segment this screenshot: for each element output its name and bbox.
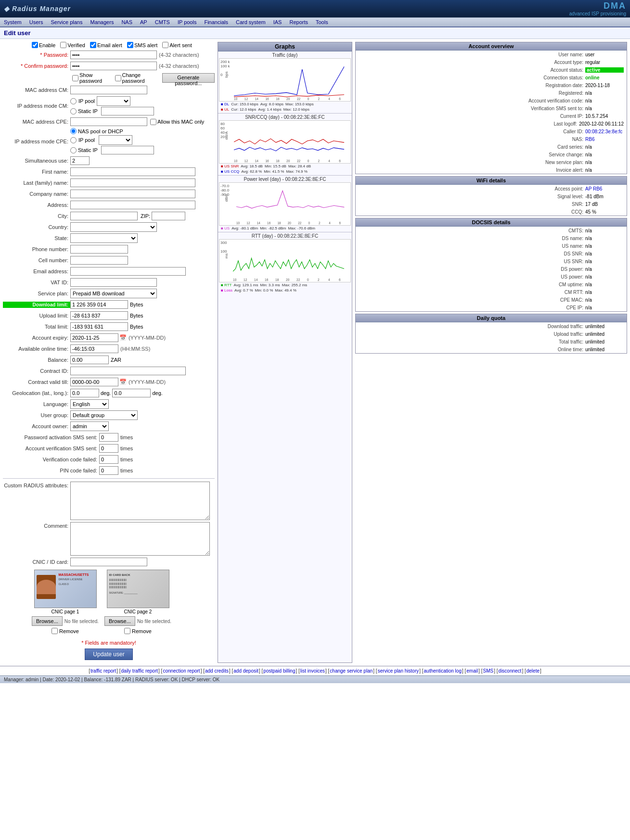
- contract-id-field[interactable]: [70, 367, 186, 375]
- nav-ip-pools[interactable]: IP pools: [177, 19, 198, 25]
- svg-text:2: 2: [318, 278, 320, 281]
- connection-report-link[interactable]: connection report: [163, 668, 200, 674]
- static-ip-cm-radio[interactable]: [70, 108, 77, 115]
- email-field[interactable]: [70, 267, 186, 276]
- nav-service-plans[interactable]: Service plans: [50, 19, 83, 25]
- pin-failed-field[interactable]: [99, 466, 118, 475]
- calendar-icon[interactable]: 📅: [119, 334, 127, 341]
- cell-field[interactable]: [70, 256, 128, 265]
- current-ip-row: Current IP: 10.5.7.254: [356, 112, 627, 120]
- daily-traffic-report-link[interactable]: daily traffic report: [121, 668, 158, 674]
- online-time-field[interactable]: [70, 344, 118, 353]
- sms-alert-checkbox[interactable]: SMS alert: [127, 42, 157, 48]
- ip-pool-cm-select[interactable]: [97, 96, 130, 106]
- svg-text:14: 14: [255, 159, 259, 163]
- pwd-sms-field[interactable]: [99, 433, 118, 442]
- service-plan-select[interactable]: Prepaid MB download: [70, 289, 157, 298]
- enable-checkbox[interactable]: Enable: [32, 42, 55, 48]
- last-name-field[interactable]: [70, 178, 195, 187]
- geoloc-long-field[interactable]: [112, 389, 151, 397]
- company-field[interactable]: [70, 190, 195, 198]
- city-field[interactable]: [70, 212, 138, 220]
- first-name-field[interactable]: [70, 167, 195, 176]
- online-time-label: Available online time:: [3, 346, 70, 352]
- ip-pool-cpe-radio[interactable]: [70, 137, 77, 143]
- nas-pool-cpe-radio[interactable]: [70, 128, 77, 134]
- acct-sms-field[interactable]: [99, 444, 118, 453]
- confirm-password-field[interactable]: [70, 62, 157, 70]
- state-select[interactable]: [70, 233, 138, 243]
- nav-cmts[interactable]: CMTS: [154, 19, 171, 25]
- nav-card-system[interactable]: Card system: [235, 19, 267, 25]
- static-ip-cm-field[interactable]: [101, 107, 154, 115]
- mac-cpe-field[interactable]: [70, 117, 147, 126]
- zip-field[interactable]: [152, 212, 185, 220]
- service-plan-history-link[interactable]: service plan history: [378, 668, 419, 674]
- remove1-checkbox[interactable]: [51, 628, 58, 634]
- phone-field[interactable]: [70, 245, 128, 254]
- nas-pool-cpe-option: NAS pool or DHCP: [70, 128, 154, 134]
- upload-limit-row: Upload limit: Bytes: [3, 311, 215, 320]
- static-ip-cpe-field[interactable]: [101, 146, 154, 154]
- total-quota-row: Total traffic: unlimited: [356, 338, 627, 345]
- sms-link[interactable]: SMS: [483, 668, 494, 674]
- traffic-report-link[interactable]: traffic report: [90, 668, 116, 674]
- remove2-checkbox[interactable]: [124, 628, 130, 634]
- geoloc-lat-field[interactable]: [70, 389, 99, 397]
- zip-label: ZIP:: [141, 213, 150, 219]
- disconnect-link[interactable]: disconnect: [499, 668, 522, 674]
- download-limit-field[interactable]: [70, 300, 128, 309]
- cnic-browse1-button[interactable]: Browse...: [32, 616, 63, 626]
- mac-cm-row: MAC address CM:: [3, 85, 215, 95]
- delete-link[interactable]: delete: [527, 668, 540, 674]
- ip-pool-cpe-select[interactable]: [99, 135, 132, 145]
- nav-ias[interactable]: IAS: [272, 19, 283, 25]
- add-credits-link[interactable]: add credits: [205, 668, 229, 674]
- add-deposit-link[interactable]: add deposit: [233, 668, 258, 674]
- ip-pool-cm-radio[interactable]: [70, 98, 77, 104]
- language-select[interactable]: English: [70, 399, 109, 409]
- show-password-checkbox[interactable]: Show password: [72, 72, 111, 84]
- nav-nas[interactable]: NAS: [120, 19, 133, 25]
- account-owner-select[interactable]: admin: [70, 421, 109, 431]
- total-limit-field[interactable]: [70, 322, 128, 331]
- generate-password-button[interactable]: Generate password...: [162, 73, 215, 83]
- allow-mac-only-checkbox[interactable]: Allow this MAC only: [150, 119, 204, 125]
- mac-cm-field[interactable]: [70, 86, 147, 94]
- update-user-button[interactable]: Update user: [85, 649, 132, 660]
- authentication-log-link[interactable]: authentication log: [424, 668, 462, 674]
- list-invoices-link[interactable]: list invoices: [300, 668, 325, 674]
- nav-tools[interactable]: Tools: [315, 19, 329, 25]
- static-ip-cpe-radio[interactable]: [70, 147, 77, 153]
- vat-field[interactable]: [70, 278, 157, 287]
- nav-ap[interactable]: AP: [139, 19, 148, 25]
- contract-calendar-icon[interactable]: 📅: [119, 379, 127, 385]
- alert-sent-checkbox[interactable]: Alert sent: [162, 42, 192, 48]
- verif-code-field[interactable]: [99, 455, 118, 464]
- cnic-browse2-button[interactable]: Browse...: [104, 616, 135, 626]
- balance-field[interactable]: [70, 356, 109, 364]
- total-limit-label: Total limit:: [3, 324, 70, 330]
- nav-reports[interactable]: Reports: [288, 19, 309, 25]
- contract-valid-field[interactable]: [70, 378, 118, 386]
- comment-textarea[interactable]: [70, 522, 210, 556]
- nav-users[interactable]: Users: [28, 19, 44, 25]
- account-expiry-field[interactable]: [70, 333, 118, 342]
- password-field[interactable]: [70, 51, 157, 59]
- radius-attr-textarea[interactable]: [70, 482, 210, 520]
- address-field[interactable]: [70, 201, 195, 209]
- nav-financials[interactable]: Financials: [203, 19, 229, 25]
- nav-managers[interactable]: Managers: [89, 19, 115, 25]
- nav-system[interactable]: System: [3, 19, 23, 25]
- change-service-plan-link[interactable]: change service plan: [330, 668, 373, 674]
- upload-limit-field[interactable]: [70, 311, 128, 320]
- cnic-field[interactable]: [70, 558, 147, 566]
- email-alert-checkbox[interactable]: Email alert: [90, 42, 122, 48]
- email-link[interactable]: email: [466, 668, 478, 674]
- change-password-checkbox[interactable]: Change password: [115, 72, 158, 84]
- verified-checkbox[interactable]: Verified: [60, 42, 85, 48]
- user-group-select[interactable]: Default group: [70, 410, 138, 420]
- simultaneous-field[interactable]: [70, 156, 90, 165]
- postpaid-billing-link[interactable]: postpaid billing: [263, 668, 295, 674]
- country-select[interactable]: [70, 222, 157, 232]
